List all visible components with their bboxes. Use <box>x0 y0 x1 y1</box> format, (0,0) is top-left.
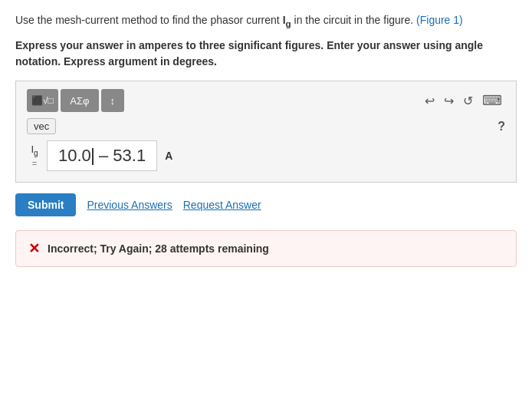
toolbar-row2: vec ? <box>27 118 505 134</box>
feedback-text: Incorrect; Try Again; 28 attempts remain… <box>48 242 269 255</box>
input-row-wrapper: Ig = 10.0 – 53.1 A <box>27 140 505 171</box>
arrow-btn[interactable]: ↕ <box>101 89 124 112</box>
refresh-icon: ↺ <box>463 94 473 108</box>
incorrect-icon: ✕ <box>28 240 40 257</box>
keyboard-icon: ⌨ <box>482 92 502 109</box>
refresh-btn[interactable]: ↺ <box>460 92 476 110</box>
keyboard-btn[interactable]: ⌨ <box>479 91 505 110</box>
undo-icon: ↩ <box>425 94 435 108</box>
submit-button[interactable]: Submit <box>15 193 76 216</box>
figure-link[interactable]: (Figure 1) <box>416 14 463 26</box>
matrix-icon: ⬛ <box>31 95 43 106</box>
undo-btn[interactable]: ↩ <box>422 92 438 110</box>
answer-value1: 10.0 <box>58 146 91 165</box>
request-answer-button[interactable]: Request Answer <box>183 199 261 211</box>
vec-label: vec <box>34 120 49 132</box>
question-main-text-start: Use the mesh-current method to find the … <box>15 14 283 26</box>
cursor <box>92 148 94 165</box>
greek-symbols-label: ΑΣφ <box>70 95 89 107</box>
answer-box-container: ⬛ √□ ΑΣφ ↕ ↩ ↪ ↺ ⌨ <box>15 81 517 183</box>
previous-answers-button[interactable]: Previous Answers <box>87 199 172 211</box>
help-btn[interactable]: ? <box>498 120 505 134</box>
question-main-text-end: in the circuit in the figure. <box>291 14 414 26</box>
unit-label: A <box>165 150 172 162</box>
toolbar-left: ⬛ √□ ΑΣφ ↕ <box>27 89 124 112</box>
variable-label: Ig = <box>27 143 42 169</box>
math-template-btn[interactable]: ⬛ √□ <box>27 89 58 112</box>
toolbar-row1: ⬛ √□ ΑΣφ ↕ ↩ ↪ ↺ ⌨ <box>27 89 505 112</box>
vec-btn[interactable]: vec <box>27 118 56 134</box>
answer-display: 10.0 – 53.1 <box>55 146 149 166</box>
redo-btn[interactable]: ↪ <box>441 92 457 110</box>
arrow-icon: ↕ <box>110 95 116 107</box>
bottom-actions-row: Submit Previous Answers Request Answer <box>15 193 517 219</box>
answer-value2: – 53.1 <box>99 146 146 165</box>
sqrt-icon: √□ <box>43 95 54 106</box>
redo-icon: ↪ <box>444 94 454 108</box>
question-text: Use the mesh-current method to find the … <box>15 12 517 30</box>
greek-symbols-btn[interactable]: ΑΣφ <box>61 89 99 112</box>
feedback-box: ✕ Incorrect; Try Again; 28 attempts rema… <box>15 230 517 267</box>
math-input-field[interactable]: 10.0 – 53.1 <box>47 140 157 171</box>
equals-sign: = <box>27 159 42 169</box>
label-sub: g <box>34 149 38 157</box>
instruction-text: Express your answer in amperes to three … <box>15 38 517 70</box>
question-variable-sub: g <box>286 18 291 28</box>
